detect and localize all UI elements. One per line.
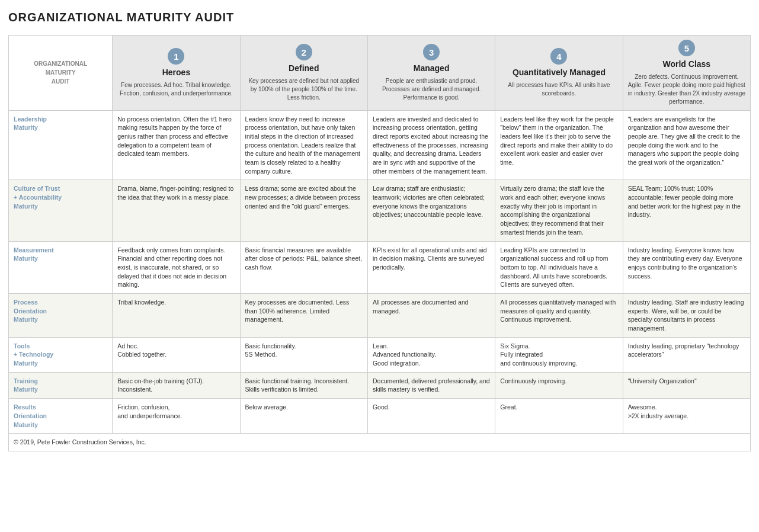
level-title-1: Heroes: [162, 67, 190, 79]
level-desc-2: Key processes are defined but not applie…: [245, 77, 363, 102]
cell-r3-c0: Tribal knowledge.: [113, 293, 240, 337]
header-level-2: 2 Defined Key processes are defined but …: [240, 36, 367, 111]
cell-r1-c3: Virtually zero drama; the staff love the…: [495, 180, 623, 241]
cell-r0-c1: Leaders know they need to increase proce…: [240, 110, 367, 180]
table-row: Leadership MaturityNo process orientatio…: [9, 110, 751, 180]
header-level-5: 5 World Class Zero defects. Continuous i…: [623, 36, 750, 111]
level-num-1: 1: [168, 48, 184, 65]
cell-r0-c4: "Leaders are evangelists for the organiz…: [623, 110, 750, 180]
row-label-0: Leadership Maturity: [9, 110, 113, 180]
row-label-4: Tools + Technology Maturity: [9, 337, 113, 372]
footer-row: © 2019, Pete Fowler Construction Service…: [9, 434, 751, 451]
level-title-3: Managed: [414, 63, 450, 75]
level-desc-3: People are enthusiastic and proud. Proce…: [373, 77, 490, 102]
cell-r1-c1: Less drama; some are excited about the n…: [240, 180, 367, 241]
level-num-2: 2: [296, 44, 312, 60]
cell-r5-c2: Documented, delivered professionally, an…: [367, 372, 495, 398]
level-title-5: World Class: [662, 59, 710, 70]
cell-r6-c1: Below average.: [240, 399, 367, 434]
cell-r3-c1: Key processes are documented. Less than …: [240, 293, 367, 337]
cell-r3-c2: All processes are documented and managed…: [367, 293, 495, 337]
cell-r4-c4: Industry leading, proprietary "technolog…: [623, 337, 750, 372]
cell-r3-c4: Industry leading. Staff are industry lea…: [623, 293, 750, 337]
cell-r5-c3: Continuously improving.: [495, 372, 623, 398]
cell-r3-c3: All processes quantitatively managed wit…: [495, 293, 623, 337]
row-label-3: Process Orientation Maturity: [9, 293, 113, 337]
audit-table: ORGANIZATIONAL MATURITY AUDIT 1 Heroes F…: [8, 35, 751, 451]
row-label-5: Training Maturity: [9, 372, 113, 398]
cell-r4-c1: Basic functionality. 5S Method.: [240, 337, 367, 372]
table-row: Culture of Trust + Accountability Maturi…: [9, 180, 751, 241]
cell-r2-c4: Industry leading. Everyone knows how the…: [623, 241, 750, 293]
table-row: Process Orientation MaturityTribal knowl…: [9, 293, 751, 337]
level-num-4: 4: [550, 48, 567, 65]
cell-r0-c3: Leaders feel like they work for the peop…: [495, 110, 623, 180]
header-row: ORGANIZATIONAL MATURITY AUDIT 1 Heroes F…: [9, 36, 751, 111]
cell-r6-c3: Great.: [495, 399, 623, 434]
cell-r2-c3: Leading KPIs are connected to organizati…: [495, 241, 623, 293]
table-row: Measurement MaturityFeedback only comes …: [9, 241, 751, 293]
level-num-5: 5: [678, 40, 695, 56]
level-desc-4: All processes have KPIs. All units have …: [500, 81, 617, 98]
cell-r5-c0: Basic on-the-job training (OTJ). Inconsi…: [113, 372, 240, 398]
cell-r6-c4: Awesome. >2X industry average.: [623, 399, 750, 434]
cell-r5-c4: "University Organization": [623, 372, 750, 398]
cell-r1-c4: SEAL Team; 100% trust; 100% accountable;…: [623, 180, 750, 241]
cell-r2-c2: KPIs exist for all operational units and…: [367, 241, 495, 293]
cell-r4-c3: Six Sigma. Fully integrated and continuo…: [495, 337, 623, 372]
header-level-4: 4 Quantitatively Managed All processes h…: [495, 36, 623, 111]
level-desc-5: Zero defects. Continuous improvement. Ag…: [628, 73, 745, 106]
header-level-3: 3 Managed People are enthusiastic and pr…: [367, 36, 495, 111]
table-row: Training MaturityBasic on-the-job traini…: [9, 372, 751, 398]
page-title: ORGANIZATIONAL MATURITY AUDIT: [8, 11, 751, 24]
header-level-1: 1 Heroes Few processes. Ad hoc. Tribal k…: [113, 36, 240, 111]
row-label-1: Culture of Trust + Accountability Maturi…: [9, 180, 113, 241]
cell-r6-c2: Good.: [367, 399, 495, 434]
cell-r2-c1: Basic financial measures are available a…: [240, 241, 367, 293]
table-corner-label: ORGANIZATIONAL MATURITY AUDIT: [9, 36, 113, 111]
level-title-4: Quantitatively Managed: [513, 67, 606, 79]
cell-r1-c2: Low drama; staff are enthusiastic; teamw…: [367, 180, 495, 241]
cell-r4-c2: Lean. Advanced functionality. Good integ…: [367, 337, 495, 372]
footer-text: © 2019, Pete Fowler Construction Service…: [9, 434, 751, 451]
cell-r0-c0: No process orientation. Often the #1 her…: [113, 110, 240, 180]
row-label-6: Results Orientation Maturity: [9, 399, 113, 434]
cell-r4-c0: Ad hoc. Cobbled together.: [113, 337, 240, 372]
level-num-3: 3: [423, 44, 440, 60]
cell-r6-c0: Friction, confusion, and underperformanc…: [113, 399, 240, 434]
cell-r1-c0: Drama, blame, finger-pointing; resigned …: [113, 180, 240, 241]
cell-r5-c1: Basic functional training. Inconsistent.…: [240, 372, 367, 398]
cell-r2-c0: Feedback only comes from complaints. Fin…: [113, 241, 240, 293]
table-row: Results Orientation MaturityFriction, co…: [9, 399, 751, 434]
table-row: Tools + Technology MaturityAd hoc. Cobbl…: [9, 337, 751, 372]
cell-r0-c2: Leaders are invested and dedicated to in…: [367, 110, 495, 180]
level-title-2: Defined: [289, 63, 319, 75]
row-label-2: Measurement Maturity: [9, 241, 113, 293]
level-desc-1: Few processes. Ad hoc. Tribal knowledge.…: [117, 81, 235, 98]
